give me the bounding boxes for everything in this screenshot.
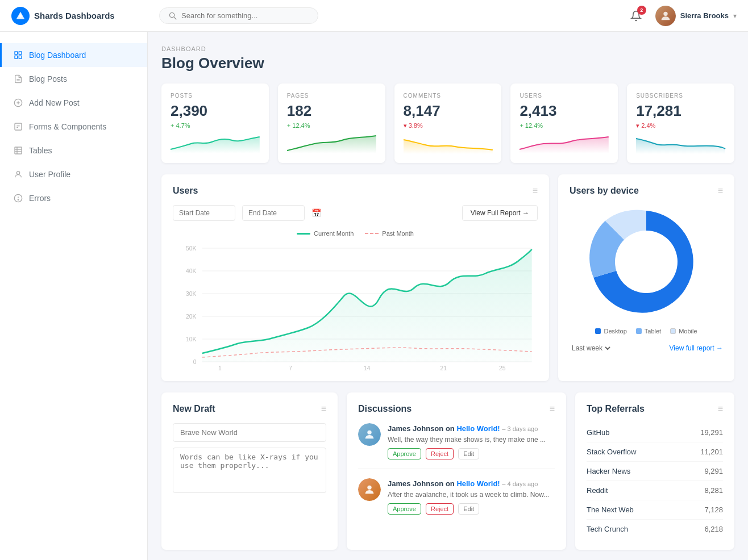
users-line-chart: 50K 40K 30K 20K 10K 0 1 7 14 21 25 <box>173 243 538 370</box>
period-select[interactable]: Last week <box>570 344 612 353</box>
approve-button[interactable]: Approve <box>388 448 421 459</box>
referral-value: 11,201 <box>700 448 723 456</box>
logo-text: Shards Dashboards <box>34 11 115 20</box>
sidebar-item-add-new-post[interactable]: Add New Post <box>0 91 147 115</box>
card-menu-icon[interactable]: ≡ <box>718 404 723 414</box>
svg-text:20K: 20K <box>186 314 197 320</box>
stat-card-posts: POSTS 2,390 + 4.7% <box>161 83 269 163</box>
posts-icon <box>13 74 23 84</box>
users-chart-title: Users <box>173 186 198 196</box>
discussion-avatar <box>358 423 381 446</box>
svg-rect-8 <box>19 56 22 58</box>
referral-name: The Next Web <box>587 505 634 514</box>
legend-past-month: Past Month <box>365 230 414 237</box>
stat-value: 8,147 <box>404 102 493 120</box>
referral-value: 8,281 <box>704 486 723 495</box>
card-menu-icon[interactable]: ≡ <box>533 186 538 196</box>
referral-name: Tech Crunch <box>587 525 628 533</box>
sidebar-item-blog-posts[interactable]: Blog Posts <box>0 67 147 91</box>
edit-button[interactable]: Edit <box>458 503 479 515</box>
svg-text:21: 21 <box>441 365 447 371</box>
add-icon <box>13 98 23 108</box>
sparkline-posts <box>171 133 260 153</box>
stat-value: 17,281 <box>636 102 725 120</box>
sidebar-item-label: User Profile <box>29 170 70 179</box>
svg-point-42 <box>615 231 678 293</box>
referral-name: Hacker News <box>587 467 630 475</box>
referral-row: Tech Crunch6,218 <box>587 520 723 538</box>
search-input[interactable] <box>181 11 295 20</box>
sidebar-item-user-profile[interactable]: User Profile <box>0 162 147 186</box>
referral-name: Reddit <box>587 486 608 495</box>
legend-line-current <box>297 233 310 235</box>
view-full-report-button[interactable]: View Full Report → <box>462 205 538 221</box>
card-menu-icon[interactable]: ≡ <box>718 186 723 196</box>
edit-button[interactable]: Edit <box>458 448 479 459</box>
stat-value: 2,390 <box>171 102 260 120</box>
sidebar-item-forms[interactable]: Forms & Components <box>0 115 147 139</box>
stat-label: COMMENTS <box>404 93 493 99</box>
svg-rect-6 <box>19 52 22 55</box>
svg-text:30K: 30K <box>186 291 197 297</box>
sidebar: Blog Dashboard Blog Posts Add New Post F… <box>0 32 148 560</box>
dashboard-icon <box>13 50 23 60</box>
stat-change: + 12.4% <box>520 122 609 129</box>
referral-name: Stack Overflow <box>587 448 636 456</box>
end-date-input[interactable] <box>242 205 305 221</box>
legend-line-past <box>365 233 379 234</box>
pie-legend-desktop: Desktop <box>595 328 626 335</box>
svg-text:1: 1 <box>218 365 222 371</box>
card-menu-icon[interactable]: ≡ <box>550 404 555 414</box>
card-menu-icon[interactable]: ≡ <box>321 404 326 414</box>
discussion-actions: Approve Reject Edit <box>388 503 555 515</box>
approve-button[interactable]: Approve <box>388 503 421 515</box>
bottom-row: New Draft ≡ Discussions ≡ <box>161 392 734 550</box>
svg-text:25: 25 <box>499 365 506 371</box>
referrals-title: Top Referrals <box>587 404 645 414</box>
charts-row: Users ≡ 📅 View Full Report → Current Mon… <box>161 174 734 381</box>
error-icon <box>13 193 23 203</box>
device-chart-card: Users by device ≡ <box>558 174 734 381</box>
sidebar-item-tables[interactable]: Tables <box>0 139 147 162</box>
stat-card-users: USERS 2,413 + 12.4% <box>510 83 618 163</box>
reject-button[interactable]: Reject <box>426 503 454 515</box>
stat-card-comments: COMMENTS 8,147 ▾ 3.8% <box>394 83 502 163</box>
referrals-list: GitHub19,291Stack Overflow11,201Hacker N… <box>587 423 723 538</box>
svg-text:0: 0 <box>193 359 197 365</box>
stat-card-subscribers: SUBSCRIBERS 17,281 ▾ 2.4% <box>627 83 734 163</box>
svg-point-2 <box>169 12 174 17</box>
card-header: Discussions ≡ <box>358 404 555 414</box>
discussion-meta: James Johnson on Hello World! – 4 days a… <box>388 478 555 488</box>
view-full-report-link[interactable]: View full report → <box>670 344 723 352</box>
discussion-time: – 3 days ago <box>502 425 538 432</box>
draft-body-input[interactable] <box>173 448 326 493</box>
legend-current-month: Current Month <box>297 230 354 237</box>
user-menu[interactable]: Sierra Brooks ▾ <box>655 6 737 26</box>
pie-legend-mobile: Mobile <box>670 328 697 335</box>
search-box[interactable] <box>159 7 318 24</box>
sparkline-subscribers <box>636 134 725 154</box>
svg-text:50K: 50K <box>186 245 197 252</box>
start-date-input[interactable] <box>173 205 235 221</box>
sparkline-pages <box>287 133 376 153</box>
forms-icon <box>13 122 23 132</box>
svg-point-43 <box>367 431 371 434</box>
notification-button[interactable]: 2 <box>626 6 646 26</box>
draft-title-input[interactable] <box>173 423 326 442</box>
sidebar-item-blog-dashboard[interactable]: Blog Dashboard <box>0 43 147 67</box>
sidebar-item-label: Blog Dashboard <box>29 51 86 60</box>
top-header: Shards Dashboards 2 Sierra Brooks ▾ <box>0 0 748 32</box>
device-chart-title: Users by device <box>570 186 639 196</box>
referral-row: GitHub19,291 <box>587 423 723 442</box>
sidebar-item-errors[interactable]: Errors <box>0 186 147 210</box>
svg-point-24 <box>18 199 18 200</box>
sidebar-item-label: Add New Post <box>29 98 80 107</box>
discussion-time: – 4 days ago <box>502 480 538 487</box>
sidebar-item-label: Errors <box>29 194 51 203</box>
stat-label: USERS <box>520 93 609 99</box>
card-header: Top Referrals ≡ <box>587 404 723 414</box>
stat-label: POSTS <box>171 93 260 99</box>
reject-button[interactable]: Reject <box>426 448 454 459</box>
discussion-text: After the avalanche, it took us a week t… <box>388 491 555 499</box>
pie-legend-tablet: Tablet <box>636 328 661 335</box>
